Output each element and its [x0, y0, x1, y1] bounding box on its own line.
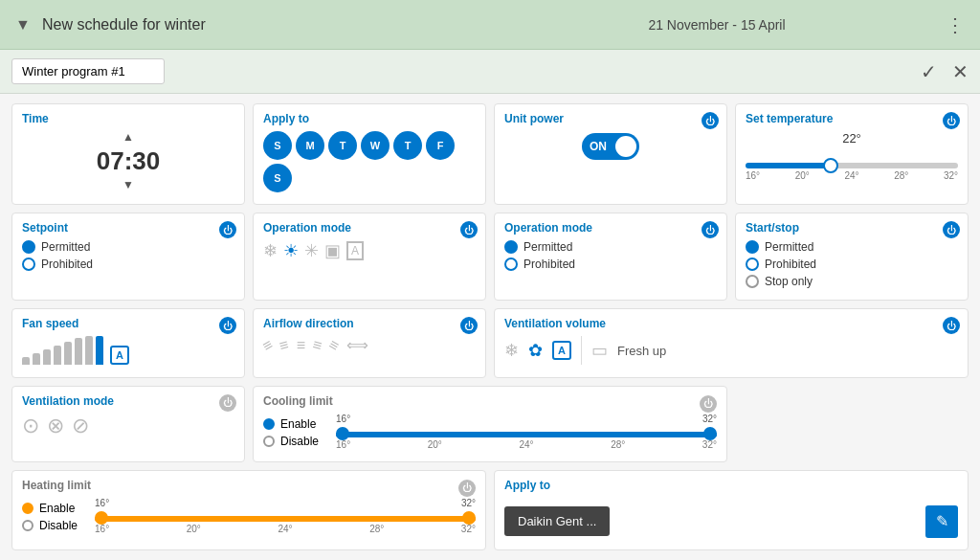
vent-icon-2[interactable]: ✿ [528, 340, 543, 361]
apply-to-title: Apply to [263, 112, 476, 125]
airflow-swing-icon[interactable]: ⟺ [346, 336, 368, 354]
cooling-disable[interactable]: Disable [263, 435, 319, 448]
op-mode2-prohibited[interactable]: Prohibited [504, 258, 717, 271]
menu-icon[interactable]: ⋮ [942, 10, 969, 40]
start-stop-card: Start/stop ⏻ Permitted Prohibited Stop o… [735, 213, 969, 301]
heating-enable-label: Enable [39, 502, 75, 515]
chevron-icon[interactable]: ▼ [11, 13, 34, 36]
bar-3 [43, 349, 51, 365]
day-friday[interactable]: F [426, 131, 455, 160]
day-saturday[interactable]: S [263, 164, 292, 192]
heating-title: Heating limit [22, 479, 91, 492]
start-stop-prohibited[interactable]: Prohibited [746, 258, 958, 271]
fan-speed-bars: A [22, 336, 234, 365]
setpoint-prohibited[interactable]: Prohibited [22, 258, 234, 271]
heating-enable[interactable]: Enable [22, 502, 78, 515]
temp-label-28: 28° [894, 170, 908, 181]
op-mode-power-btn[interactable]: ⏻ [460, 221, 478, 238]
vent-mode-power-btn[interactable]: ⏻ [219, 394, 236, 412]
op-mode2-permitted[interactable]: Permitted [504, 240, 717, 254]
vent-mode-icon-1[interactable]: ⊙ [22, 414, 39, 438]
ventilation-volume-card: Ventilation volume ⏻ ❄ ✿ A ▭ Fresh up [494, 308, 969, 377]
vent-auto-label[interactable]: A [552, 341, 571, 360]
airflow-3-icon[interactable]: ≡ [297, 337, 305, 354]
setpoint-power-btn[interactable]: ⏻ [219, 221, 236, 238]
temp-slider-track[interactable] [746, 163, 958, 168]
bar-4 [54, 346, 61, 365]
day-monday[interactable]: M [296, 131, 324, 160]
airflow-2-icon[interactable]: ≡ [278, 336, 291, 355]
toggle-label: ON [590, 140, 607, 153]
main-grid: Time ▲ 07:30 ▼ Apply to S M T W T F S Un… [0, 94, 980, 560]
h-label-24: 24° [278, 524, 292, 534]
c-label-24: 24° [519, 439, 533, 450]
start-stop-permitted[interactable]: Permitted [746, 240, 958, 254]
hours-down-button[interactable]: ▼ [122, 179, 134, 190]
airflow-4-icon[interactable]: ≡ [311, 336, 324, 355]
cancel-button[interactable]: ✕ [952, 60, 969, 83]
heating-slider[interactable] [95, 516, 476, 522]
cooling-power-btn[interactable]: ⏻ [700, 395, 717, 413]
setpoint-permitted-label: Permitted [41, 240, 90, 254]
op-mode2-permitted-label: Permitted [523, 240, 572, 254]
c-label-32: 32° [702, 439, 717, 450]
vent-vol-title: Ventilation volume [504, 317, 958, 330]
day-thursday[interactable]: T [393, 131, 422, 160]
day-tuesday[interactable]: T [328, 131, 357, 160]
vent-icon-1[interactable]: ❄ [504, 340, 519, 361]
fan-speed-power-btn[interactable]: ⏻ [219, 317, 236, 334]
radio-op2-permitted-dot [504, 240, 518, 254]
set-temp-power-btn[interactable]: ⏻ [943, 112, 960, 129]
cooling-enable[interactable]: Enable [263, 417, 319, 431]
start-stop-stop-only[interactable]: Stop only [746, 275, 958, 288]
airflow-icons: ≡ ≡ ≡ ≡ ≡ ⟺ [263, 336, 476, 354]
day-sunday[interactable]: S [263, 131, 292, 160]
setpoint-prohibited-label: Prohibited [41, 258, 93, 271]
fan-auto-label[interactable]: A [110, 346, 129, 365]
hours-up-button[interactable]: ▲ [122, 131, 134, 143]
heating-power-btn[interactable]: ⏻ [458, 480, 476, 497]
heating-disable-label: Disable [39, 519, 78, 532]
apply-bottom-row: Daikin Gent ... ✎ [504, 498, 958, 538]
radio-op2-prohibited-dot [504, 258, 518, 271]
airflow-5-icon[interactable]: ≡ [326, 336, 343, 355]
heating-disable[interactable]: Disable [22, 519, 78, 532]
bar-8 [96, 336, 103, 365]
temp-label-24: 24° [844, 170, 858, 181]
fan-speed-card: Fan speed ⏻ A [11, 308, 245, 377]
airflow-title: Airflow direction [263, 317, 476, 330]
cooling-max-label: 32° [702, 414, 717, 424]
heating-range-top: 16° 32° [95, 498, 476, 508]
heating-limit-card: Heating limit ⏻ Enable Disable 16° 32° [11, 470, 486, 550]
vent-mode-icon-2[interactable]: ⊗ [47, 414, 64, 438]
vent-mode-icon-3[interactable]: ⊘ [72, 414, 89, 438]
temp-label-20: 20° [795, 170, 810, 181]
cooling-thumb-right [703, 427, 717, 440]
dry-icon[interactable]: ▣ [324, 240, 341, 261]
sun-icon[interactable]: ☀ [283, 240, 299, 261]
daikin-device-button[interactable]: Daikin Gent ... [504, 506, 610, 536]
auto-icon[interactable]: A [346, 241, 364, 260]
confirm-button[interactable]: ✓ [921, 60, 937, 83]
airflow-1-icon[interactable]: ≡ [259, 336, 276, 355]
cooling-slider[interactable] [336, 432, 717, 437]
vent-divider [581, 336, 582, 365]
vent-vol-row: ❄ ✿ A ▭ Fresh up [504, 336, 958, 365]
program-name-input[interactable] [11, 58, 165, 84]
operation-mode2-card: Operation mode ⏻ Permitted Prohibited [494, 213, 727, 301]
unit-power-toggle[interactable]: ON [582, 133, 639, 160]
unit-power-btn[interactable]: ⏻ [702, 112, 719, 129]
radio-ss-prohibited-dot [746, 258, 759, 271]
ventilation-mode-card: Ventilation mode ⏻ ⊙ ⊗ ⊘ [11, 386, 245, 462]
setpoint-permitted[interactable]: Permitted [22, 240, 234, 254]
fan-icon[interactable]: ❄ [263, 240, 278, 261]
airflow-power-btn[interactable]: ⏻ [460, 317, 478, 334]
op-mode2-power-btn[interactable]: ⏻ [702, 221, 719, 238]
snowflake-icon[interactable]: ✳ [304, 240, 319, 261]
cooling-range-labels: 16° 20° 24° 28° 32° [336, 439, 717, 450]
day-wednesday[interactable]: W [361, 131, 390, 160]
start-stop-power-btn[interactable]: ⏻ [943, 221, 960, 238]
vent-vol-power-btn[interactable]: ⏻ [943, 317, 960, 334]
set-temperature-card: Set temperature ⏻ 22° 16° 20° 24° 28° 32… [735, 103, 969, 205]
edit-button[interactable]: ✎ [925, 505, 958, 538]
